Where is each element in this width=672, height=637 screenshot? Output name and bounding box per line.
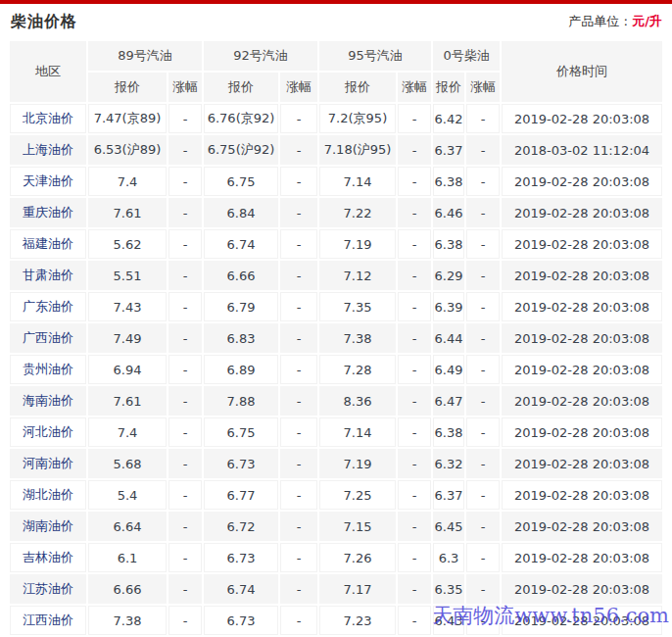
region-link[interactable]: 广西油价 — [23, 330, 73, 345]
price-0-cell: 6.47 — [433, 386, 464, 416]
price-95-cell: 7.25 — [319, 480, 396, 510]
change-0-cell: - — [466, 574, 500, 604]
region-link[interactable]: 河南油价 — [23, 456, 73, 470]
table-row: 广东油价 7.43 - 6.79 - 7.35 - 6.39 - 2019-02… — [10, 292, 662, 321]
change-95-cell: - — [398, 323, 431, 353]
region-link[interactable]: 甘肃油价 — [23, 268, 73, 282]
region-link[interactable]: 湖南油价 — [23, 518, 73, 533]
header-row-groups: 地区 89号汽油 92号汽油 95号汽油 0号柴油 价格时间 — [10, 41, 662, 71]
price-89-cell: 7.49 — [88, 323, 167, 353]
time-cell: 2019-02-28 20:03:08 — [502, 261, 662, 290]
price-95-cell: 7.18(沪95) — [319, 135, 396, 165]
price-89-cell: 6.53(沪89) — [88, 135, 167, 165]
price-0-cell: 6.46 — [433, 198, 464, 227]
column-header-change-95: 涨幅 — [398, 73, 431, 102]
title-bar: 柴油价格 产品单位：元/升 — [0, 4, 672, 39]
change-95-cell: - — [398, 229, 431, 259]
page-title: 柴油价格 — [11, 12, 77, 32]
region-link[interactable]: 福建油价 — [23, 236, 73, 251]
price-95-cell: 7.12 — [319, 261, 396, 290]
region-link[interactable]: 重庆油价 — [23, 205, 73, 220]
column-header-fuel-0: 0号柴油 — [433, 41, 500, 71]
price-95-cell: 7.2(京95) — [319, 104, 396, 133]
time-cell: 2019-02-28 20:03:08 — [502, 167, 662, 196]
region-link[interactable]: 上海油价 — [23, 142, 73, 157]
change-0-cell: - — [466, 606, 500, 635]
price-92-cell: 6.83 — [204, 323, 278, 353]
time-cell: 2019-02-28 20:03:08 — [502, 574, 662, 604]
region-cell: 吉林油价 — [10, 543, 86, 572]
price-95-cell: 7.14 — [319, 417, 396, 447]
region-cell: 福建油价 — [10, 229, 86, 259]
column-header-change-92: 涨幅 — [280, 73, 317, 102]
change-89-cell: - — [168, 323, 202, 353]
region-link[interactable]: 贵州油价 — [23, 362, 73, 376]
table-row: 甘肃油价 5.51 - 6.66 - 7.12 - 6.29 - 2019-02… — [10, 261, 662, 290]
price-95-cell: 7.28 — [319, 355, 396, 384]
region-cell: 湖北油价 — [10, 480, 86, 510]
region-link[interactable]: 吉林油价 — [23, 550, 73, 564]
region-link[interactable]: 广东油价 — [23, 299, 73, 314]
price-0-cell: 6.39 — [433, 292, 464, 321]
price-92-cell: 6.76(京92) — [204, 104, 278, 133]
change-92-cell: - — [280, 543, 317, 572]
price-92-cell: 7.88 — [204, 386, 278, 416]
price-89-cell: 6.66 — [88, 574, 167, 604]
region-link[interactable]: 北京油价 — [23, 111, 73, 125]
change-92-cell: - — [280, 198, 317, 227]
region-cell: 贵州油价 — [10, 355, 86, 384]
change-92-cell: - — [280, 261, 317, 290]
change-0-cell: - — [466, 323, 500, 353]
region-link[interactable]: 江苏油价 — [23, 581, 73, 596]
price-92-cell: 6.74 — [204, 229, 278, 259]
change-95-cell: - — [398, 261, 431, 290]
change-92-cell: - — [280, 417, 317, 447]
column-header-price-0: 报价 — [433, 73, 464, 102]
change-89-cell: - — [168, 104, 202, 133]
table-row: 吉林油价 6.1 - 6.73 - 7.26 - 6.3 - 2019-02-2… — [10, 543, 662, 572]
change-0-cell: - — [466, 167, 500, 196]
change-89-cell: - — [168, 574, 202, 604]
price-89-cell: 7.61 — [88, 198, 167, 227]
time-cell: 2019-02-28 20:03:08 — [502, 386, 662, 416]
change-92-cell: - — [280, 323, 317, 353]
price-0-cell: 6.32 — [433, 449, 464, 478]
price-89-cell: 5.68 — [88, 449, 167, 478]
time-cell: 2019-02-28 20:03:08 — [502, 229, 662, 259]
change-0-cell: - — [466, 449, 500, 478]
region-cell: 北京油价 — [10, 104, 86, 133]
region-link[interactable]: 江西油价 — [23, 612, 73, 627]
column-header-region: 地区 — [10, 41, 86, 102]
region-link[interactable]: 湖北油价 — [23, 487, 73, 502]
price-95-cell: 7.26 — [319, 543, 396, 572]
region-cell: 广西油价 — [10, 323, 86, 353]
column-header-fuel-92: 92号汽油 — [204, 41, 317, 71]
change-0-cell: - — [466, 512, 500, 541]
change-89-cell: - — [168, 449, 202, 478]
price-89-cell: 6.1 — [88, 543, 167, 572]
change-95-cell: - — [398, 606, 431, 635]
price-0-cell: 6.38 — [433, 229, 464, 259]
price-92-cell: 6.75 — [204, 167, 278, 196]
change-0-cell: - — [466, 417, 500, 447]
column-header-price-92: 报价 — [204, 73, 278, 102]
price-92-cell: 6.79 — [204, 292, 278, 321]
change-92-cell: - — [280, 512, 317, 541]
change-95-cell: - — [398, 480, 431, 510]
price-89-cell: 7.47(京89) — [88, 104, 167, 133]
change-92-cell: - — [280, 574, 317, 604]
region-link[interactable]: 海南油价 — [23, 393, 73, 408]
change-89-cell: - — [168, 355, 202, 384]
time-cell: 2019-02-28 20:03:08 — [502, 355, 662, 384]
change-89-cell: - — [168, 606, 202, 635]
price-0-cell: 6.45 — [433, 512, 464, 541]
change-0-cell: - — [466, 104, 500, 133]
price-0-cell: 6.29 — [433, 261, 464, 290]
region-link[interactable]: 河北油价 — [23, 424, 73, 439]
change-95-cell: - — [398, 292, 431, 321]
region-link[interactable]: 天津油价 — [23, 173, 73, 188]
price-95-cell: 7.22 — [319, 198, 396, 227]
change-92-cell: - — [280, 386, 317, 416]
price-0-cell: 6.37 — [433, 135, 464, 165]
change-89-cell: - — [168, 386, 202, 416]
